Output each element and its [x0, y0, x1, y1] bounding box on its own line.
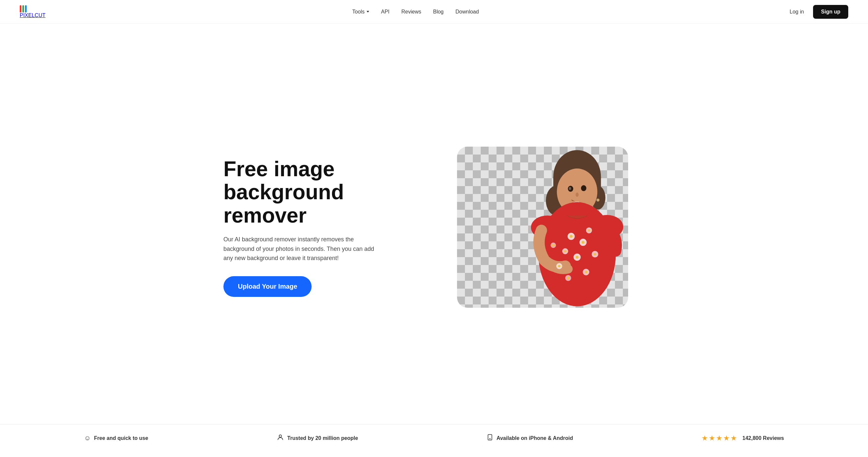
- brand-name: PIXELCUT: [20, 12, 45, 18]
- svg-point-31: [567, 277, 569, 279]
- download-link[interactable]: Download: [455, 9, 479, 14]
- hero-description: Our AI background remover instantly remo…: [223, 235, 381, 263]
- svg-point-27: [558, 265, 560, 267]
- smile-icon: ☺: [84, 434, 91, 442]
- nav-links: Tools API Reviews Blog Download: [352, 9, 479, 15]
- bottom-item-free: ☺ Free and quick to use: [84, 434, 148, 442]
- woman-figure: [518, 146, 628, 308]
- hero-title: Free image background remover: [223, 158, 408, 227]
- person-icon: [277, 434, 284, 443]
- svg-point-8: [576, 193, 579, 197]
- hero-image: [457, 146, 628, 308]
- reviews-label: Reviews: [401, 9, 421, 14]
- svg-point-21: [564, 250, 566, 252]
- svg-rect-10: [582, 197, 585, 203]
- nav-actions: Log in Sign up: [786, 5, 848, 19]
- svg-point-7: [569, 187, 571, 190]
- hero-section: Free image background remover Our AI bac…: [204, 24, 664, 424]
- svg-point-19: [582, 241, 585, 243]
- nav-item-tools[interactable]: Tools: [352, 9, 369, 15]
- svg-point-29: [594, 253, 596, 256]
- login-button[interactable]: Log in: [786, 6, 808, 18]
- upload-button[interactable]: Upload Your Image: [223, 276, 312, 297]
- logo-stripes: [20, 5, 45, 12]
- bottom-item-trusted: Trusted by 20 million people: [277, 434, 358, 443]
- logo[interactable]: PIXELCUT: [20, 5, 45, 19]
- stripe-blue: [25, 5, 27, 12]
- nav-item-api[interactable]: API: [381, 9, 390, 15]
- chevron-down-icon: [367, 11, 369, 12]
- svg-rect-11: [585, 196, 588, 203]
- reviews-link[interactable]: Reviews: [401, 9, 421, 14]
- navigation: PIXELCUT Tools API Reviews Blog Down: [0, 0, 868, 24]
- hero-right: [441, 146, 645, 308]
- svg-point-25: [576, 256, 579, 259]
- blog-link[interactable]: Blog: [433, 9, 443, 14]
- svg-point-36: [596, 199, 599, 201]
- trusted-text: Trusted by 20 million people: [287, 435, 358, 441]
- svg-point-35: [552, 244, 554, 246]
- stripe-green: [22, 5, 24, 12]
- blog-label: Blog: [433, 9, 443, 14]
- api-link[interactable]: API: [381, 9, 390, 14]
- api-label: API: [381, 9, 390, 14]
- stripe-red: [20, 5, 21, 12]
- bottom-bar: ☺ Free and quick to use Trusted by 20 mi…: [0, 424, 868, 452]
- hero-left: Free image background remover Our AI bac…: [223, 158, 408, 297]
- nav-item-download[interactable]: Download: [455, 9, 479, 15]
- phone-icon: [487, 434, 493, 443]
- svg-point-23: [588, 229, 590, 231]
- mobile-text: Available on iPhone & Android: [497, 435, 573, 441]
- stars-icon: ★★★★★: [702, 434, 738, 443]
- nav-item-reviews[interactable]: Reviews: [401, 9, 421, 15]
- svg-point-17: [569, 235, 572, 238]
- reviews-count: 142,800 Reviews: [742, 435, 784, 441]
- tools-link[interactable]: Tools: [352, 9, 369, 15]
- bottom-item-reviews: ★★★★★ 142,800 Reviews: [702, 434, 784, 443]
- tools-label: Tools: [352, 9, 365, 15]
- svg-point-6: [581, 185, 586, 191]
- download-label: Download: [455, 9, 479, 14]
- bottom-item-mobile: Available on iPhone & Android: [487, 434, 573, 443]
- signup-button[interactable]: Sign up: [813, 5, 848, 19]
- nav-item-blog[interactable]: Blog: [433, 9, 443, 15]
- free-text: Free and quick to use: [94, 435, 148, 441]
- svg-point-37: [279, 435, 281, 437]
- svg-rect-38: [488, 435, 492, 440]
- svg-point-39: [490, 438, 490, 439]
- svg-point-33: [585, 271, 587, 273]
